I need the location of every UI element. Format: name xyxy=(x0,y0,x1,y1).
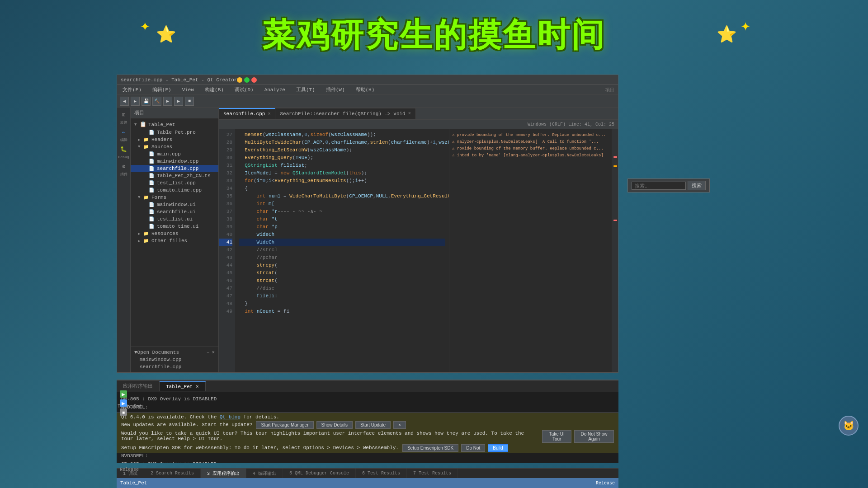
toolbar-debug-run[interactable]: ▶ xyxy=(174,97,183,106)
tab-searchfile-close[interactable]: × xyxy=(268,112,270,117)
output-tabs: 应用程序输出 Table_Pet × xyxy=(117,380,618,392)
tree-item-sources[interactable]: ▼ 📁 Sources xyxy=(131,143,218,150)
do-not-button[interactable]: Do Not xyxy=(461,444,485,452)
search-input[interactable] xyxy=(632,182,686,190)
ln-27: 27 xyxy=(219,131,232,139)
toolbar-back[interactable]: ◀ xyxy=(120,97,129,106)
open-doc-mainwindow[interactable]: mainwindow.cpp xyxy=(131,356,218,363)
tree-item-testlist-ui[interactable]: 📄 test_list.ui xyxy=(131,216,218,223)
tree-label-forms: Forms xyxy=(151,195,166,200)
ln-40: 40 xyxy=(219,231,232,239)
toolbar-stop[interactable]: ■ xyxy=(185,97,194,106)
btab-2[interactable]: 2 Search Results xyxy=(144,469,201,478)
close-update-button[interactable]: × xyxy=(393,421,406,429)
avatar[interactable]: 🐱 xyxy=(839,416,859,436)
tree-item-forms[interactable]: ▼ 📁 Forms xyxy=(131,194,218,201)
tree-item-other-files[interactable]: ▶ 📁 Other filles xyxy=(131,237,218,244)
tree-arrow-resources: ▶ xyxy=(138,231,143,236)
search-button[interactable]: 搜索 xyxy=(688,181,706,190)
toolbar-save[interactable]: 💾 xyxy=(142,97,151,106)
ln-49: 49 xyxy=(219,308,232,315)
code-line-45: strcat( xyxy=(239,269,445,277)
output-tab-tablepet[interactable]: Table_Pet × xyxy=(160,381,206,391)
tree-item-searchfile[interactable]: 📄 searchfile.cpp xyxy=(131,165,218,172)
toolbar-build[interactable]: 🔨 xyxy=(152,97,161,106)
run-button[interactable]: ▶ xyxy=(120,390,127,398)
build-button[interactable]: Build xyxy=(488,444,508,452)
ln-42: 42 xyxy=(219,246,232,254)
tree-item-mainwindow-ui[interactable]: 📄 mainwindow.ui xyxy=(131,201,218,208)
tab-searcher-close[interactable]: × xyxy=(408,111,411,116)
debug-label: Debug xyxy=(118,155,129,159)
sidebar-item-welcome[interactable]: ⊞ 欢迎 xyxy=(118,109,129,125)
file-icon-mainwindow-ui: 📄 xyxy=(149,202,155,207)
tree-item-tomato-ui[interactable]: 📄 tomato_time.ui xyxy=(131,223,218,230)
release-status-label: Release xyxy=(120,467,139,472)
btab-6[interactable]: 6 Test Results xyxy=(356,469,407,478)
sidebar-item-debug[interactable]: 🐛 Debug xyxy=(118,144,129,159)
toolbar-run[interactable]: ▶ xyxy=(163,97,172,106)
tab-searcher[interactable]: SearchFile::searcher file(QString) -> vo… xyxy=(275,108,415,119)
notif-line-3: Would you like to take a quick UI tour? … xyxy=(121,429,614,443)
code-line-30: Everything_Query(TRUE); xyxy=(239,154,445,162)
code-editor[interactable]: memset(wszClassName,0,sizeof(wszClassNam… xyxy=(235,129,449,372)
menu-file[interactable]: 文件(F) xyxy=(121,85,143,94)
open-doc-searchfile[interactable]: searchfile.cpp xyxy=(131,363,218,371)
editor-status-left xyxy=(222,122,225,127)
btab-5[interactable]: 5 QML Debugger Console xyxy=(283,469,356,478)
tree-item-main[interactable]: 📄 main.cpp xyxy=(131,150,218,158)
stop-button[interactable]: ■ xyxy=(120,408,127,416)
take-ui-tour-button[interactable]: Take UI Tour xyxy=(542,430,571,443)
output-tab-app[interactable]: 应用程序输出 xyxy=(117,381,160,391)
tree-item-resources[interactable]: ▶ 📁 Resources xyxy=(131,230,218,237)
menu-edit[interactable]: 编辑(E) xyxy=(151,85,173,94)
menu-plugins[interactable]: 插件(W) xyxy=(324,85,347,94)
tree-label-searchfile-ui: searchfile.ui xyxy=(157,209,196,215)
start-update-button[interactable]: Start Update xyxy=(355,421,391,429)
menu-tools[interactable]: 工具(T) xyxy=(294,85,317,94)
tree-item-testlist[interactable]: 📄 test_list.cpp xyxy=(131,179,218,187)
tree-label-testlist-ui: test_list.ui xyxy=(157,216,193,222)
menu-help[interactable]: 帮助(H) xyxy=(354,85,377,94)
tree-root[interactable]: ▼ 📋 Table_Pet xyxy=(131,120,218,129)
open-docs-arrow: ▼ xyxy=(134,350,137,355)
btab-4[interactable]: 4 编译输出 xyxy=(246,469,283,478)
minimize-button[interactable] xyxy=(237,77,242,83)
debug-button[interactable]: ▶ xyxy=(120,399,127,407)
menu-build[interactable]: 构建(B) xyxy=(203,85,226,94)
tree-item-pro[interactable]: 📄 Table_Pet.pro xyxy=(131,129,218,136)
tree-arrow-sources: ▼ xyxy=(138,145,143,149)
setup-emscripten-button[interactable]: Setup Emscripten SDK xyxy=(402,444,458,452)
qt-blog-link[interactable]: Qt blog xyxy=(220,414,241,420)
toolbar-forward[interactable]: ▶ xyxy=(131,97,140,106)
output-line-8: GR-805 : DX9 Overlay is DISABLED xyxy=(121,460,614,463)
menu-analyze[interactable]: Analyze xyxy=(263,86,287,94)
menu-debug[interactable]: 调试(D) xyxy=(233,85,255,94)
do-not-show-again-button[interactable]: Do Not Show Again xyxy=(574,430,614,443)
sidebar-item-edit[interactable]: ✏ 编辑 xyxy=(118,127,129,142)
start-package-manager-button[interactable]: Start Package Manager xyxy=(256,421,313,429)
btab-3[interactable]: 3 应用程序输出 xyxy=(201,469,246,478)
code-line-40: WideCh xyxy=(239,231,445,239)
maximize-button[interactable] xyxy=(244,77,250,83)
tab-searchfile[interactable]: searchfile.cpp × xyxy=(219,108,275,119)
tree-item-searchfile-ui[interactable]: 📄 searchfile.ui xyxy=(131,208,218,216)
tree-item-tomato[interactable]: 📄 tomato_time.cpp xyxy=(131,187,218,194)
folder-icon-other: 📁 xyxy=(143,238,150,244)
tree-item-headers[interactable]: ▶ 📁 Headers xyxy=(131,136,218,143)
btab-7[interactable]: 7 Test Results xyxy=(407,469,458,478)
menu-view[interactable]: View xyxy=(180,86,196,94)
icon-sidebar: ⊞ 欢迎 ✏ 编辑 🐛 Debug ⚙ 插件 xyxy=(117,108,131,372)
tree-label-other: Other filles xyxy=(151,238,187,244)
show-details-button[interactable]: Show Details xyxy=(316,421,353,429)
notif-line-2: New updates are available. Start the upd… xyxy=(121,420,614,429)
code-container[interactable]: 27 28 29 30 31 32 33 34 35 36 37 38 39 4… xyxy=(219,129,618,372)
sidebar-item-plugins[interactable]: ⚙ 插件 xyxy=(118,161,129,176)
ide-status-bar: Table_Pet Release xyxy=(117,478,618,488)
file-icon-mainwindow: 📄 xyxy=(149,159,155,164)
close-button[interactable] xyxy=(251,77,257,83)
open-docs-header[interactable]: ▼ Open Documents − × xyxy=(131,349,218,356)
debug-icon: 🐛 xyxy=(118,144,129,155)
tree-item-mainwindow[interactable]: 📄 mainwindow.cpp xyxy=(131,158,218,165)
tree-item-ts[interactable]: 📄 Table_Pet_zh_CN.ts xyxy=(131,172,218,179)
